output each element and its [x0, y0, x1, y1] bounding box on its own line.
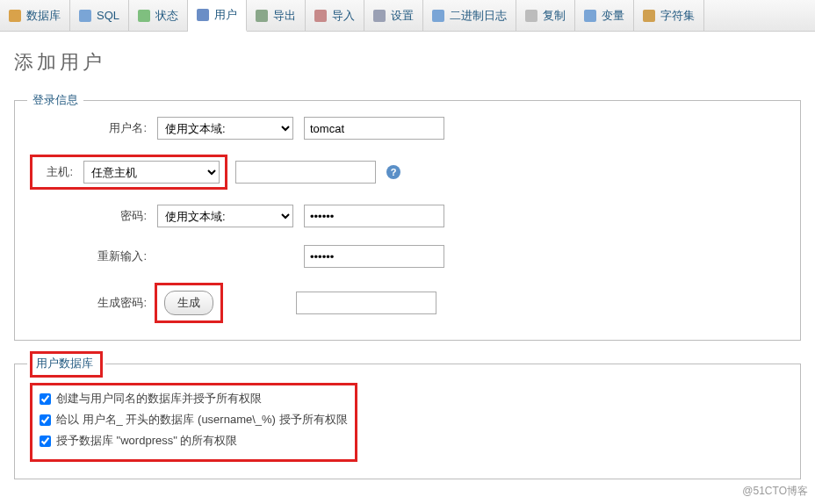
tab-label: 复制	[543, 8, 566, 24]
tab-charsets[interactable]: 字符集	[634, 0, 704, 31]
gear-icon	[373, 10, 386, 22]
page-content: 添加用户 登录信息 用户名: 使用文本域: 主机: 任意主机 ? 密码: 使用文…	[0, 32, 815, 504]
retype-label: 重新输入:	[32, 248, 147, 264]
user-database-fieldset: 用户数据库 创建与用户同名的数据库并授予所有权限 给以 用户名_ 开头的数据库 …	[14, 364, 801, 479]
password-label: 密码:	[32, 208, 147, 224]
help-icon[interactable]: ?	[386, 165, 400, 179]
tab-label: 变量	[602, 8, 624, 24]
check-label: 创建与用户同名的数据库并授予所有权限	[56, 391, 262, 407]
top-tabbar: 数据库 SQL 状态 用户 导出 导入 设置 二进制日志 复制 变量 字符集	[0, 0, 815, 32]
tab-label: 字符集	[660, 8, 695, 24]
user-db-checks: 创建与用户同名的数据库并授予所有权限 给以 用户名_ 开头的数据库 (usern…	[32, 385, 355, 459]
database-icon	[9, 10, 21, 22]
check-label: 给以 用户名_ 开头的数据库 (username\_%) 授予所有权限	[56, 412, 348, 428]
charset-icon	[643, 10, 655, 22]
host-input[interactable]	[235, 161, 376, 184]
tab-variables[interactable]: 变量	[575, 0, 634, 31]
host-mode-select[interactable]: 任意主机	[83, 161, 220, 184]
check-grant-wordpress[interactable]: 授予数据库 "wordpress" 的所有权限	[40, 433, 348, 449]
retype-input[interactable]	[304, 245, 444, 268]
user-db-legend-wrap: 用户数据库	[27, 354, 105, 375]
username-row: 用户名: 使用文本域:	[32, 117, 783, 140]
password-row: 密码: 使用文本域:	[32, 205, 783, 227]
tab-binlog[interactable]: 二进制日志	[423, 0, 516, 31]
tab-label: 二进制日志	[450, 8, 507, 24]
tab-settings[interactable]: 设置	[364, 0, 423, 31]
username-input[interactable]	[304, 117, 444, 140]
username-mode-select[interactable]: 使用文本域:	[157, 117, 293, 140]
import-icon	[314, 10, 327, 22]
sql-icon	[79, 10, 91, 22]
export-icon	[256, 10, 268, 22]
tab-label: 导出	[273, 8, 296, 24]
host-highlight: 主机: 任意主机	[32, 157, 225, 187]
checkbox-3[interactable]	[40, 436, 51, 447]
user-db-legend: 用户数据库	[32, 354, 100, 375]
tab-label: 用户	[214, 7, 237, 23]
tab-replication[interactable]: 复制	[516, 0, 575, 31]
retype-row: 重新输入:	[32, 245, 783, 268]
tab-label: 设置	[391, 8, 414, 24]
tab-export[interactable]: 导出	[247, 0, 306, 31]
tab-sql[interactable]: SQL	[70, 0, 129, 31]
checkbox-2[interactable]	[40, 414, 51, 426]
check-create-same-db[interactable]: 创建与用户同名的数据库并授予所有权限	[40, 391, 348, 407]
tab-import[interactable]: 导入	[306, 0, 364, 31]
tab-database[interactable]: 数据库	[0, 0, 70, 31]
generate-button[interactable]: 生成	[164, 291, 213, 315]
password-mode-select[interactable]: 使用文本域:	[157, 205, 293, 227]
username-label: 用户名:	[32, 120, 147, 136]
user-icon	[197, 9, 209, 21]
login-info-legend: 登录信息	[27, 92, 83, 108]
page-title: 添加用户	[14, 49, 801, 76]
watermark: @51CTO博客	[742, 484, 808, 499]
generate-highlight: 生成	[157, 285, 220, 320]
tab-label: 导入	[332, 8, 355, 24]
password-input[interactable]	[304, 205, 444, 227]
variables-icon	[584, 10, 596, 22]
generate-row: 生成密码: 生成	[32, 285, 783, 320]
check-label: 授予数据库 "wordpress" 的所有权限	[56, 433, 237, 449]
generate-output[interactable]	[296, 292, 436, 314]
tab-label: 数据库	[26, 8, 61, 24]
host-row: 主机: 任意主机 ?	[32, 157, 783, 187]
login-info-fieldset: 登录信息 用户名: 使用文本域: 主机: 任意主机 ? 密码: 使用文本域:	[14, 100, 801, 341]
replication-icon	[525, 10, 537, 22]
tab-label: SQL	[97, 9, 119, 22]
generate-label: 生成密码:	[32, 295, 147, 311]
tab-label: 状态	[155, 8, 178, 24]
check-grant-prefix[interactable]: 给以 用户名_ 开头的数据库 (username\_%) 授予所有权限	[40, 412, 348, 428]
status-icon	[138, 10, 150, 22]
binlog-icon	[432, 10, 444, 22]
checkbox-1[interactable]	[40, 393, 51, 405]
tab-users[interactable]: 用户	[188, 0, 247, 32]
host-label: 主机:	[38, 164, 73, 180]
tab-status[interactable]: 状态	[129, 0, 188, 31]
